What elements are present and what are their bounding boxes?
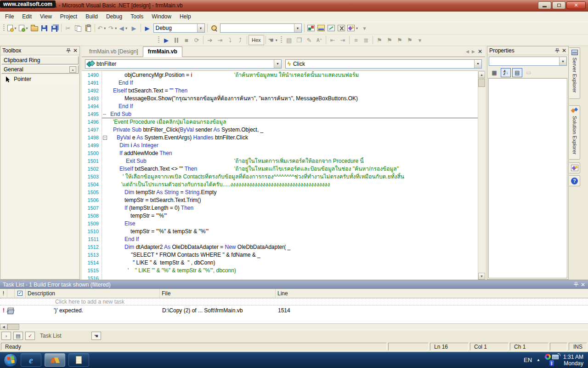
find-in-files-icon[interactable]: [209, 23, 219, 33]
editor-vertical-scrollbar[interactable]: ▲ ▼: [478, 71, 485, 280]
chevron-down-icon[interactable]: ▼: [294, 24, 301, 32]
tab-help[interactable]: ?: [569, 175, 580, 186]
restore-button[interactable]: [552, 1, 565, 9]
code-line[interactable]: 1504'แต่ถ้าเป็นโปรแกรมตัวอย่างกับกรองได้…: [82, 181, 478, 189]
taskbar-visual-studio-button[interactable]: [45, 353, 65, 367]
code-line[interactable]: 1491End If: [82, 79, 478, 87]
toolbar-grip[interactable]: [281, 36, 282, 44]
navigate-backward-icon[interactable]: ◀▼: [119, 23, 129, 33]
code-line[interactable]: 1500If addNewMode Then: [82, 150, 478, 157]
network-icon[interactable]: [552, 355, 559, 359]
command-window-icon[interactable]: ›: [1, 332, 11, 340]
taskbar-notepad-button[interactable]: [68, 353, 89, 367]
scroll-up-icon[interactable]: ▲: [478, 71, 485, 78]
taskbar-clock[interactable]: 1:31 AM Monday: [563, 354, 584, 367]
code-line[interactable]: 1494End If: [82, 103, 478, 110]
clear-bookmarks-icon[interactable]: ⚑: [405, 35, 415, 45]
line-column-header[interactable]: Line: [276, 289, 588, 298]
event-combo[interactable]: ϟ Click ▼: [285, 59, 482, 69]
solution-configurations-combo[interactable]: Debug▼: [153, 23, 205, 33]
code-line[interactable]: 1510tempStr = "'%" & tempStr & "%'": [82, 228, 478, 236]
taskbar-internet-explorer-button[interactable]: e: [21, 353, 41, 367]
display-formatted-icon[interactable]: ▤: [284, 35, 294, 45]
toolbar-grip[interactable]: [158, 36, 159, 44]
code-line[interactable]: 1505Dim tempStr As String = String.Empty: [82, 189, 478, 196]
properties-grid[interactable]: [488, 78, 567, 278]
code-editor[interactable]: 1490objCurrencyMgr.Position = i'ถ้าค้นหา…: [82, 71, 485, 280]
toolbar-grip[interactable]: [3, 24, 5, 32]
add-task-row[interactable]: Click here to add a new task: [0, 298, 588, 305]
open-file-icon[interactable]: [29, 23, 40, 33]
step-into-icon[interactable]: ⇥: [215, 35, 225, 45]
save-all-icon[interactable]: [50, 23, 60, 33]
task-list-horizontal-scrollbar[interactable]: ◀: [0, 323, 588, 330]
class-view-icon[interactable]: ▼: [346, 23, 360, 33]
edit-text-icon[interactable]: ✎: [304, 35, 314, 45]
chevron-down-icon[interactable]: ▼: [274, 60, 281, 68]
code-line[interactable]: 1502ElseIf txtSearch.Text <> "" Then'ถ้า…: [82, 165, 478, 173]
menu-window[interactable]: Window: [147, 12, 175, 21]
code-line[interactable]: 1490objCurrencyMgr.Position = i'ถ้าค้นหา…: [82, 71, 478, 79]
priority-column-header[interactable]: !: [0, 289, 7, 298]
paste-icon[interactable]: [83, 23, 93, 33]
tab-frmmain-code[interactable]: frmMain.vb: [143, 46, 182, 57]
tray-app-icon[interactable]: [545, 354, 551, 360]
scrollbar-thumb[interactable]: [7, 324, 19, 330]
scroll-up-icon[interactable]: ▲: [69, 66, 76, 73]
copy-icon[interactable]: [73, 23, 83, 33]
tab-class-view[interactable]: [569, 162, 580, 173]
toggle-bookmark-icon[interactable]: ⚑: [374, 35, 384, 45]
decrease-indent-icon[interactable]: ⇤: [328, 35, 338, 45]
code-line[interactable]: 1501Exit Sub'ถ้าอยู่ในโหมดการเพิ่มเรคอร์…: [82, 157, 478, 165]
close-document-icon[interactable]: ✕: [478, 48, 482, 55]
chevron-down-icon[interactable]: ▼: [559, 57, 566, 65]
code-line[interactable]: 1503' ให้เลือกข้อมูลจากเทเบิล Contactsที…: [82, 173, 478, 181]
scroll-tabs-right-icon[interactable]: ▶: [472, 49, 475, 54]
find-combo[interactable]: ▼: [220, 23, 302, 33]
code-line[interactable]: 1499Dim i As Integer: [82, 142, 478, 150]
menu-project[interactable]: Project: [56, 12, 81, 21]
start-icon[interactable]: ▶: [161, 35, 171, 45]
description-column-header[interactable]: Description: [26, 289, 160, 298]
code-line[interactable]: 1508tempStr = "'%'": [82, 212, 478, 220]
scroll-tabs-left-icon[interactable]: ◀: [466, 49, 469, 54]
chevron-down-icon[interactable]: ▼: [197, 24, 204, 32]
property-pages-icon[interactable]: ▭: [524, 68, 534, 77]
pause-icon[interactable]: [171, 35, 181, 45]
chevron-down-icon[interactable]: ▼: [474, 60, 481, 68]
code-line[interactable]: 1514" LIKE " & tempStr & " , dbConn): [82, 259, 478, 267]
close-button[interactable]: ✕: [566, 1, 586, 9]
word-wrap-icon[interactable]: ❐: [294, 35, 304, 45]
menu-help[interactable]: Help: [175, 12, 195, 21]
properties-window-icon[interactable]: [316, 23, 326, 33]
toolbox-section-clipboard-ring[interactable]: Clipboard Ring: [1, 56, 79, 64]
cut-icon[interactable]: ✂: [63, 23, 73, 33]
checkbox-column-header[interactable]: ✓: [15, 289, 26, 298]
code-line[interactable]: 1507If (tempStr.Length = 0) Then: [82, 204, 478, 212]
toolbox-icon[interactable]: [336, 23, 346, 33]
code-line[interactable]: 1495End Sub: [82, 110, 478, 118]
tab-solution-explorer[interactable]: Solution Explorer: [569, 105, 580, 160]
step-over-icon[interactable]: ⤵: [225, 35, 235, 45]
icon-column-header[interactable]: [7, 289, 15, 298]
code-line[interactable]: 1511End If: [82, 236, 478, 243]
redo-icon[interactable]: ↷▼: [107, 23, 119, 33]
scrollbar-thumb[interactable]: [478, 79, 485, 87]
menu-view[interactable]: View: [36, 12, 56, 21]
new-project-icon[interactable]: ▼: [6, 23, 18, 33]
code-line[interactable]: 1513"SELECT * FROM Contacts WHERE " & fd…: [82, 251, 478, 259]
task-list-tab-icon[interactable]: ✓: [25, 332, 35, 340]
menu-debug[interactable]: Debug: [102, 12, 126, 21]
task-list-title-bar[interactable]: Task List - 1 Build Error task shown (fi…: [0, 280, 588, 289]
save-icon[interactable]: [40, 23, 50, 33]
increase-indent-icon[interactable]: ⇥: [338, 35, 348, 45]
toolbar-options-icon[interactable]: ▾: [415, 35, 425, 45]
menu-file[interactable]: File: [1, 12, 18, 21]
hand-pointer-icon[interactable]: ☚: [91, 332, 101, 340]
start-debug-icon[interactable]: ▶: [142, 23, 153, 33]
navigate-forward-icon[interactable]: ▶: [129, 23, 139, 33]
code-line[interactable]: 1509Else: [82, 220, 478, 228]
code-line[interactable]: 1515' " LIKE '" & "%" & tempStr & "%'", …: [82, 267, 478, 275]
breakpoints-hand-icon[interactable]: ☚▼: [267, 35, 279, 45]
menu-tools[interactable]: Tools: [126, 12, 147, 21]
